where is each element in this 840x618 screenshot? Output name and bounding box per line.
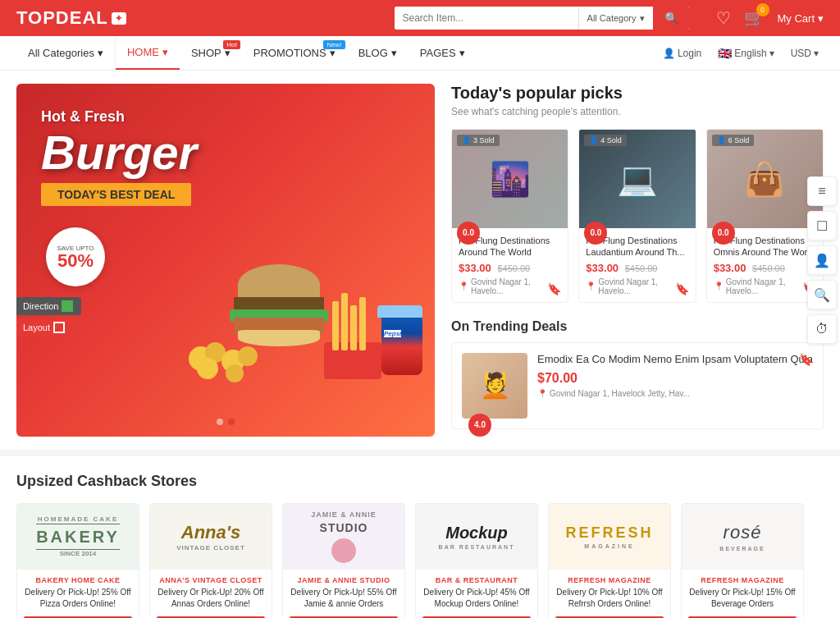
nav-promotions-badge: New!: [323, 40, 345, 49]
all-categories-dropdown[interactable]: All Categories ▾: [16, 37, 116, 69]
pick-location-2: 📍 Govind Nagar 1, Havelo...: [586, 277, 688, 295]
logo-text: TOPDEAL: [16, 7, 108, 29]
trending-location: 📍 Govind Nagar 1, Havelock Jetty, Hav...: [537, 389, 813, 398]
store-card-bakery[interactable]: HOMEMADE CAKE BAKERY SINCE 2014 BAKERY H…: [16, 503, 139, 618]
store-card-refresh[interactable]: REFRESH MAGAZINE REFRESH MAGAZINE Delive…: [548, 503, 671, 618]
quick-icon-search[interactable]: 🔍: [807, 280, 837, 309]
trending-section-title: On Trending Deals: [451, 319, 824, 334]
cashback-section: Upsized Cashback Stores HOMEMADE CAKE BA…: [0, 456, 840, 618]
trending-info: Emodix Ea Co Modim Nemo Enim Ipsam Volup…: [537, 353, 813, 419]
header: TOPDEAL ✦ All Category ▾ 🔍 ♡ 🛒 0 My Cart…: [0, 0, 840, 36]
pick-bookmark-2[interactable]: 🔖: [675, 282, 689, 295]
logo[interactable]: TOPDEAL ✦: [16, 7, 126, 29]
nav-item-pages[interactable]: PAGES ▾: [409, 37, 477, 69]
direction-label: Direction: [23, 301, 58, 311]
store-desc-annas: Delivery Or Pick-Up! 20% Off Annas Order…: [157, 587, 265, 610]
trending-image: 💆: [462, 353, 527, 419]
hero-dot-1[interactable]: [217, 419, 223, 425]
all-categories-label: All Categories: [28, 47, 94, 59]
rating-badge-1: 0.0: [457, 222, 480, 245]
rating-badge-3: 0.0: [712, 222, 735, 245]
trending-card[interactable]: 💆 Emodix Ea Co Modim Nemo Enim Ipsam Vol…: [451, 342, 824, 429]
wishlist-icon[interactable]: ♡: [716, 8, 731, 28]
location-pin-icon-2: 📍: [586, 282, 596, 291]
store-info-annas: ANNA'S VINTAGE CLOSET Delivery Or Pick-U…: [150, 570, 272, 618]
cart-icon[interactable]: 🛒 0: [744, 8, 765, 28]
my-cart-button[interactable]: My Cart ▾: [778, 12, 824, 25]
picks-title: Today's popular picks: [451, 84, 824, 103]
layout-icon: [53, 322, 65, 333]
pick-old-price-2: $450.00: [625, 263, 658, 273]
layout-label: Layout: [23, 323, 50, 332]
quick-icon-user[interactable]: 👤: [807, 245, 837, 275]
trending-bookmark[interactable]: 🔖: [799, 353, 813, 366]
person-icon: 👤: [663, 48, 675, 59]
hero-dots: [217, 419, 235, 425]
pick-card-2[interactable]: 💻 👤4 Sold 0.0 Far-Flung Destinations Lau…: [578, 129, 696, 303]
search-bar: All Category ▾ 🔍: [395, 7, 690, 30]
nav-item-promotions[interactable]: PROMOTIONS ▾ New!: [242, 37, 347, 69]
store-category-refresh: REFRESH MAGAZINE: [555, 576, 664, 584]
store-card-rose[interactable]: rosé BEVERAGE REFRESH MAGAZINE Delivery …: [681, 503, 804, 618]
store-desc-bakery: Delivery Or Pick-Up! 25% Off Pizza Order…: [24, 587, 132, 610]
hero-save-percent: 50%: [57, 252, 94, 270]
cashback-title: Upsized Cashback Stores: [16, 473, 824, 490]
nav-blog-chevron-icon: ▾: [391, 47, 397, 59]
nav-blog-label: BLOG: [358, 47, 388, 59]
store-card-annas[interactable]: Anna's VINTAGE CLOSET ANNA'S VINTAGE CLO…: [149, 503, 272, 618]
nav-home-label: HOME: [127, 46, 159, 58]
currency-selector[interactable]: USD ▾: [786, 41, 824, 66]
main-content: Direction Layout Hot & Fresh Burger TODA…: [0, 71, 840, 450]
store-card-mockup[interactable]: Mockup BAR RESTAURANT BAR & RESTAURANT D…: [415, 503, 538, 618]
direction-button[interactable]: Direction: [16, 297, 81, 315]
pick-bookmark-1[interactable]: 🔖: [547, 282, 561, 295]
sold-badge-2: 👤4 Sold: [584, 135, 627, 146]
search-button[interactable]: 🔍: [653, 7, 690, 30]
nav-shop-label: SHOP: [191, 47, 221, 59]
currency-chevron-icon: ▾: [814, 48, 819, 59]
chevron-down-icon: ▾: [640, 13, 645, 24]
search-category-label: All Category: [587, 13, 637, 23]
language-selector[interactable]: 🇬🇧 English ▾: [713, 40, 778, 66]
picks-subtitle: See what's catching people's attention.: [451, 106, 824, 117]
store-info-bakery: BAKERY HOME CAKE Delivery Or Pick-Up! 25…: [17, 570, 139, 618]
nav-shop-badge: Hot: [223, 40, 240, 49]
store-desc-refresh: Delivery Or Pick-Up! 10% Off Refrrsh Ord…: [555, 587, 664, 610]
all-categories-chevron-icon: ▾: [98, 47, 103, 59]
pick-price-2: $33.00: [586, 262, 619, 274]
store-desc-rose: Delivery Or Pick-Up! 15% Off Beverage Or…: [688, 587, 797, 610]
location-pin-icon-3: 📍: [714, 282, 724, 291]
layout-button[interactable]: Layout: [16, 318, 81, 336]
nav-item-home[interactable]: HOME ▾: [116, 36, 180, 70]
quick-icon-menu[interactable]: ≡: [807, 176, 837, 206]
store-logo-jamie: JAMIE & ANNIE STUDIO: [283, 504, 404, 570]
location-pin-icon-1: 📍: [459, 282, 468, 291]
login-button[interactable]: 👤 Login: [658, 41, 706, 66]
language-label: English: [734, 48, 766, 59]
store-info-refresh: REFRESH MAGAZINE Delivery Or Pick-Up! 10…: [549, 570, 670, 618]
nav-item-shop[interactable]: SHOP ▾ Hot: [180, 37, 242, 69]
pick-location-1: 📍 Govind Nagar 1, Havelo...: [459, 277, 561, 295]
hero-dot-2[interactable]: [228, 419, 235, 425]
pick-card-3[interactable]: 👜 👤6 Sold 0.0 Far-Flung Destinations Omn…: [706, 129, 824, 303]
hero-line3: TODAY'S BEST DEAL: [41, 183, 191, 206]
quick-icons-panel: ≡ ☐ 👤 🔍 ⏱: [807, 176, 837, 344]
nav-promotions-label: PROMOTIONS: [253, 47, 326, 59]
nav-item-blog[interactable]: BLOG ▾: [347, 37, 409, 69]
flag-icon: 🇬🇧: [718, 47, 732, 60]
cart-chevron-icon: ▾: [818, 12, 824, 25]
quick-icon-history[interactable]: ⏱: [807, 314, 837, 344]
search-input[interactable]: [395, 7, 578, 30]
quick-icon-clipboard[interactable]: ☐: [807, 211, 837, 240]
hero-save-badge: SAVE UPTO 50%: [46, 227, 105, 286]
hero-text-block: Hot & Fresh Burger TODAY'S BEST DEAL: [16, 84, 435, 231]
hero-banner: Direction Layout Hot & Fresh Burger TODA…: [16, 84, 435, 437]
store-info-mockup: BAR & RESTAURANT Delivery Or Pick-Up! 45…: [416, 570, 537, 618]
pick-card-1[interactable]: 🏙️ 🌆 👤3 Sold 0.0 Far-Flung Destinations …: [451, 129, 568, 303]
store-card-jamie[interactable]: JAMIE & ANNIE STUDIO JAMIE & ANNIE STUDI…: [282, 503, 405, 618]
search-category-dropdown[interactable]: All Category ▾: [578, 7, 653, 30]
pick-old-price-3: $450.00: [752, 263, 785, 273]
login-label: Login: [678, 48, 701, 59]
store-category-rose: REFRESH MAGAZINE: [688, 576, 797, 584]
language-chevron-icon: ▾: [769, 48, 774, 59]
